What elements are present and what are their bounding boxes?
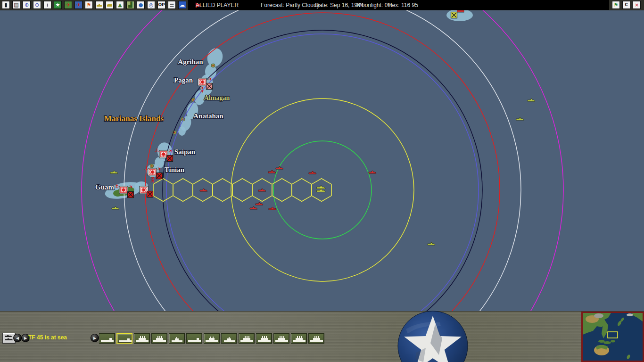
ocean bbox=[0, 0, 644, 362]
naval-air-icon-glyph: ✈ bbox=[76, 2, 81, 8]
japanese-unit-marker[interactable] bbox=[147, 191, 153, 197]
japanese-unit-marker[interactable] bbox=[128, 192, 134, 198]
ship-silhouette bbox=[209, 338, 215, 340]
top-toolbar: ALLIED PLAYER Forecast: Partly Cloudy Da… bbox=[0, 0, 644, 10]
troops-icon-glyph: ▟ bbox=[128, 2, 132, 8]
convoy-routes-icon[interactable]: ☰ bbox=[168, 1, 176, 9]
globe-icon[interactable]: ● bbox=[137, 1, 145, 9]
zoom-out-icon-glyph: ⊖ bbox=[35, 2, 39, 8]
expand-ships-button[interactable]: ▶ bbox=[91, 334, 99, 342]
ship-button-ap[interactable] bbox=[151, 333, 167, 344]
bottom-panel: ◀ ▶ TF 45 is at sea ▶ bbox=[0, 311, 644, 362]
ship-silhouette bbox=[157, 336, 158, 338]
japanese-unit-marker[interactable] bbox=[157, 173, 163, 179]
ship-silhouette bbox=[136, 340, 149, 342]
ship-silhouette bbox=[261, 338, 268, 340]
operations-icon[interactable]: OP bbox=[157, 1, 165, 9]
objectives-flag-icon[interactable]: ⚑ bbox=[85, 1, 93, 9]
japanese-unit-marker[interactable] bbox=[167, 156, 173, 162]
close-icon[interactable]: × bbox=[633, 1, 641, 9]
zoom-in-icon-glyph: ⊕ bbox=[25, 2, 29, 8]
air-combat-icon[interactable]: ✈ bbox=[64, 1, 72, 9]
ship-silhouette bbox=[296, 338, 303, 340]
date-label: Date: Sep 16, 1944 bbox=[315, 2, 363, 8]
ship-silhouette bbox=[313, 338, 320, 340]
ship-silhouette bbox=[119, 340, 132, 342]
island-dot-center bbox=[192, 99, 194, 100]
ship-silhouette bbox=[188, 340, 201, 342]
info-icon[interactable]: i bbox=[43, 1, 51, 9]
ship-silhouette bbox=[197, 338, 199, 340]
svg-text:⚓: ⚓ bbox=[155, 148, 159, 154]
land-base-icon[interactable]: ▲ bbox=[116, 1, 124, 9]
world-map-icon-glyph: ◎ bbox=[149, 2, 154, 8]
ship-silhouette bbox=[262, 336, 263, 338]
ship-silhouette bbox=[275, 340, 288, 342]
allied-unit-marker[interactable] bbox=[451, 12, 457, 18]
ship-button-dd[interactable] bbox=[221, 333, 237, 344]
ship-stack-icon bbox=[5, 335, 12, 337]
ship-button-cv[interactable] bbox=[186, 333, 202, 344]
ship-button-dd[interactable] bbox=[169, 333, 185, 344]
ship-silhouette bbox=[175, 338, 179, 340]
ship-button-ap[interactable] bbox=[308, 333, 324, 344]
save-icon[interactable]: ▮ bbox=[2, 1, 10, 9]
port-anchor-icon: ⚓ bbox=[155, 148, 159, 154]
task-force-icon[interactable] bbox=[106, 1, 114, 9]
ship-button-ap[interactable] bbox=[273, 333, 289, 344]
naval-air-icon[interactable]: ✈ bbox=[74, 1, 83, 9]
japanese-unit-marker-2[interactable] bbox=[206, 83, 213, 90]
ship-button-cv[interactable] bbox=[116, 333, 132, 344]
save-icon-glyph: ▮ bbox=[4, 2, 7, 8]
ship-button-cv[interactable] bbox=[99, 333, 115, 344]
ship-silhouette bbox=[245, 336, 246, 338]
objectives-flag-icon-glyph: ⚑ bbox=[87, 2, 91, 8]
ship-silhouette bbox=[318, 336, 319, 338]
japanese-base-marker[interactable] bbox=[119, 186, 128, 194]
combat-reports-icon[interactable]: C bbox=[622, 1, 630, 9]
svg-text:⚓: ⚓ bbox=[115, 183, 119, 189]
close-icon-glyph: × bbox=[635, 2, 639, 8]
ship-button-ap[interactable] bbox=[256, 333, 272, 344]
globe-icon-glyph: ● bbox=[139, 2, 143, 8]
flag-window-icon[interactable]: ⚑ bbox=[612, 1, 620, 9]
map-label: Guam bbox=[95, 183, 115, 191]
ship-silhouette bbox=[316, 336, 317, 338]
weather-icon[interactable]: ☁ bbox=[178, 1, 186, 9]
port-anchor-icon: ⚓ bbox=[115, 183, 119, 189]
minimap[interactable] bbox=[581, 312, 644, 362]
zoom-out-icon[interactable]: ⊖ bbox=[33, 1, 41, 9]
ship-icon bbox=[97, 3, 102, 7]
ship-silhouette bbox=[210, 337, 211, 338]
weather-icon-glyph: ☁ bbox=[180, 2, 185, 8]
ship-icon[interactable] bbox=[95, 1, 103, 9]
ship-silhouette bbox=[144, 336, 145, 338]
ship-button-ap[interactable] bbox=[291, 333, 307, 344]
scenario-star-icon[interactable]: ★ bbox=[54, 1, 62, 9]
ship-silhouette bbox=[293, 340, 305, 342]
ship-silhouette bbox=[229, 337, 230, 338]
ship-silhouette bbox=[248, 336, 249, 338]
ship-silhouette bbox=[299, 336, 300, 338]
ship-silhouette bbox=[283, 336, 284, 338]
ship-button-ap[interactable] bbox=[239, 333, 255, 344]
report-icon-glyph: ▤ bbox=[14, 2, 18, 8]
scenario-star-icon-glyph: ★ bbox=[56, 2, 60, 8]
ship-silhouette bbox=[314, 336, 315, 338]
ship-silhouette bbox=[264, 336, 265, 338]
info-icon-glyph: i bbox=[47, 2, 48, 8]
ship-silhouette bbox=[159, 336, 160, 338]
ship-silhouette bbox=[280, 336, 281, 338]
troops-icon[interactable]: ▟ bbox=[126, 1, 134, 9]
ship-button-ap[interactable] bbox=[134, 333, 150, 344]
map-canvas[interactable]: ✈✈✈⚓✈⚓✈✈✈⚓✈AgrihanPaganAlmaganAnatahanMa… bbox=[0, 0, 644, 362]
convoy-routes-icon-glyph: ☰ bbox=[170, 2, 174, 8]
ship-silhouette bbox=[258, 340, 271, 342]
world-map-icon[interactable]: ◎ bbox=[147, 1, 155, 9]
zoom-in-icon[interactable]: ⊕ bbox=[23, 1, 31, 9]
island-dot-center bbox=[212, 65, 214, 66]
ship-button-ca[interactable] bbox=[204, 333, 220, 344]
ship-silhouette bbox=[142, 336, 143, 338]
prev-tf-button[interactable]: ◀ bbox=[13, 334, 22, 342]
report-icon[interactable]: ▤ bbox=[12, 1, 20, 9]
